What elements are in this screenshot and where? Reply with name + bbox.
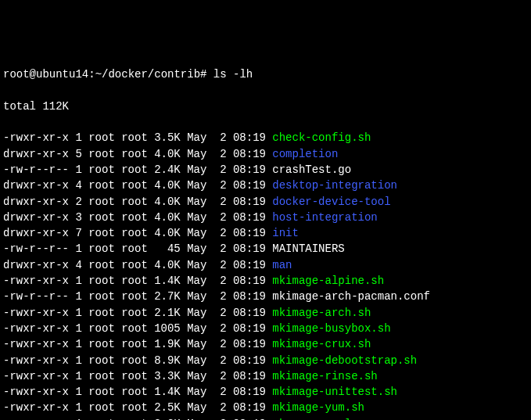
file-links: 1 <box>75 273 81 289</box>
file-month: May <box>187 257 206 273</box>
file-day: 2 <box>213 178 227 193</box>
file-links: 4 <box>75 178 81 193</box>
file-day: 2 <box>213 384 227 400</box>
file-owner: root <box>88 273 115 289</box>
prompt-user-host: root@ubuntu14 <box>3 68 88 81</box>
file-time: 08:19 <box>233 241 266 257</box>
file-month: May <box>187 194 206 210</box>
terminal-output: root@ubuntu14:~/docker/contrib# ls -lh t… <box>3 66 528 420</box>
file-group: root <box>121 321 148 336</box>
file-perms: -rwxr-xr-x <box>3 384 69 400</box>
file-size: 3.3K <box>154 368 181 384</box>
file-day: 2 <box>213 273 227 289</box>
file-links: 1 <box>75 321 81 336</box>
file-group: root <box>121 353 148 368</box>
file-owner: root <box>88 336 115 352</box>
file-time: 08:19 <box>233 257 266 273</box>
file-row: drwxr-xr-x 7rootroot4.0KMay208:19init <box>3 225 528 241</box>
file-group: root <box>121 336 148 352</box>
file-name: mkimage-arch-pacman.conf <box>272 289 430 304</box>
file-links: 1 <box>75 305 81 321</box>
file-name: host-integration <box>272 210 377 225</box>
file-size: 4.0K <box>154 225 181 241</box>
file-owner: root <box>88 194 115 210</box>
file-perms: -rwxr-xr-x <box>3 321 69 336</box>
file-month: May <box>187 130 206 145</box>
file-day: 2 <box>213 416 227 420</box>
file-name: MAINTAINERS <box>272 241 344 257</box>
file-time: 08:19 <box>233 289 266 304</box>
file-size: 2.1K <box>154 305 181 321</box>
file-name: mkseccomp.pl <box>272 416 351 420</box>
file-month: May <box>187 305 206 321</box>
file-time: 08:19 <box>233 210 266 225</box>
file-day: 2 <box>213 225 227 241</box>
file-perms: -rwxr-xr-x <box>3 353 69 368</box>
file-row: -rwxr-xr-x 1rootroot1.4KMay208:19mkimage… <box>3 384 528 400</box>
file-time: 08:19 <box>233 336 266 352</box>
file-name: completion <box>272 146 338 162</box>
file-owner: root <box>88 416 115 420</box>
file-row: -rwxr-xr-x 1rootroot3.5KMay208:19check-c… <box>3 130 528 145</box>
file-size: 1.9K <box>154 336 181 352</box>
file-group: root <box>121 384 148 400</box>
file-time: 08:19 <box>233 353 266 368</box>
file-size: 4.0K <box>154 194 181 210</box>
file-perms: -rwxr-xr-x <box>3 130 69 145</box>
file-perms: -rw-r--r-- <box>3 162 69 178</box>
file-row: drwxr-xr-x 3rootroot4.0KMay208:19host-in… <box>3 210 528 225</box>
file-time: 08:19 <box>233 400 266 415</box>
file-row: -rwxr-xr-x 1rootroot2.1KMay208:19mkimage… <box>3 305 528 321</box>
file-name: mkimage-debootstrap.sh <box>272 353 417 368</box>
file-links: 1 <box>75 384 81 400</box>
file-month: May <box>187 384 206 400</box>
file-day: 2 <box>213 210 227 225</box>
file-row: drwxr-xr-x 5rootroot4.0KMay208:19complet… <box>3 146 528 162</box>
file-row: -rwxr-xr-x 1rootroot2.2KMay208:19mksecco… <box>3 416 528 420</box>
file-time: 08:19 <box>233 178 266 193</box>
file-perms: -rwxr-xr-x <box>3 416 69 420</box>
file-group: root <box>121 400 148 415</box>
file-perms: drwxr-xr-x <box>3 178 69 193</box>
file-perms: drwxr-xr-x <box>3 146 69 162</box>
file-month: May <box>187 178 206 193</box>
command-text: ls -lh <box>213 68 253 81</box>
file-month: May <box>187 400 206 415</box>
file-row: -rw-r--r-- 1rootroot2.4KMay208:19crashTe… <box>3 162 528 178</box>
file-name: mkimage-rinse.sh <box>272 368 377 384</box>
file-links: 1 <box>75 241 81 257</box>
total-line: total 112K <box>3 99 528 114</box>
file-day: 2 <box>213 368 227 384</box>
file-name: docker-device-tool <box>272 194 390 210</box>
file-owner: root <box>88 321 115 336</box>
file-links: 2 <box>75 194 81 210</box>
file-group: root <box>121 368 148 384</box>
file-name: desktop-integration <box>272 178 397 193</box>
file-links: 5 <box>75 146 81 162</box>
file-group: root <box>121 130 148 145</box>
file-owner: root <box>88 130 115 145</box>
file-time: 08:19 <box>233 225 266 241</box>
file-perms: -rwxr-xr-x <box>3 305 69 321</box>
file-owner: root <box>88 178 115 193</box>
file-name: mkimage-busybox.sh <box>272 321 390 336</box>
file-day: 2 <box>213 130 227 145</box>
file-owner: root <box>88 305 115 321</box>
file-size: 1005 <box>154 321 181 336</box>
file-size: 4.0K <box>154 146 181 162</box>
file-size: 4.0K <box>154 178 181 193</box>
file-size: 1.4K <box>154 273 181 289</box>
file-group: root <box>121 416 148 420</box>
file-owner: root <box>88 210 115 225</box>
file-name: init <box>272 225 299 241</box>
file-day: 2 <box>213 241 227 257</box>
file-day: 2 <box>213 194 227 210</box>
file-links: 3 <box>75 210 81 225</box>
file-perms: -rw-r--r-- <box>3 241 69 257</box>
file-links: 1 <box>75 130 81 145</box>
file-perms: -rwxr-xr-x <box>3 368 69 384</box>
file-month: May <box>187 273 206 289</box>
file-group: root <box>121 241 148 257</box>
file-month: May <box>187 416 206 420</box>
file-size: 8.9K <box>154 353 181 368</box>
